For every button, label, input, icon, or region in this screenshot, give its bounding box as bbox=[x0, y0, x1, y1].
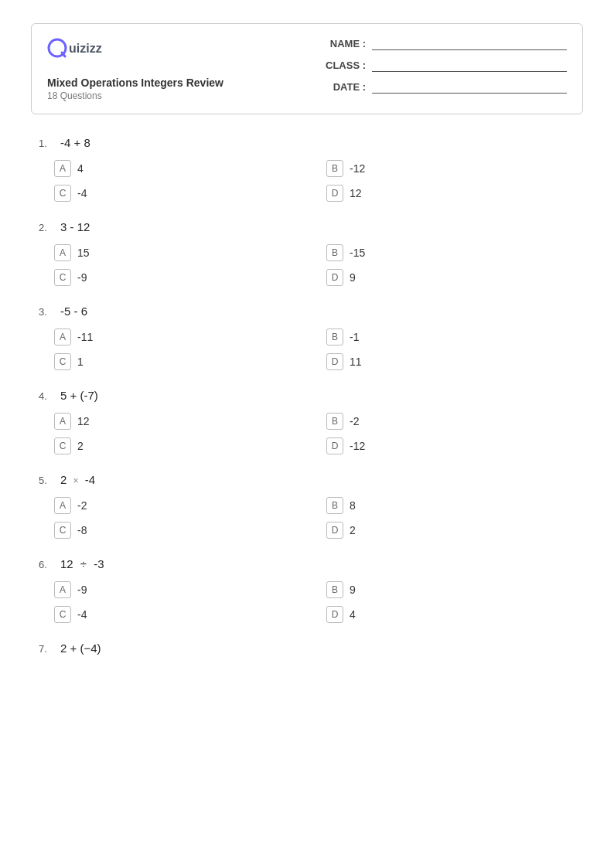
q6-value-d: 4 bbox=[350, 608, 356, 621]
q6-number: 6. bbox=[39, 559, 54, 570]
q1-badge-d: D bbox=[326, 185, 343, 202]
q1-answer-d: D 12 bbox=[326, 185, 583, 202]
q4-badge-b: B bbox=[326, 413, 343, 430]
question-5-row: 5. 2 × -4 bbox=[31, 473, 583, 486]
q1-value-d: 12 bbox=[350, 187, 362, 199]
q2-answer-c: C -9 bbox=[54, 269, 311, 286]
q5-answer-d: D 2 bbox=[326, 522, 583, 539]
header-left: uizizz Mixed Operations Integers Review … bbox=[47, 36, 223, 101]
q1-answers: A 4 B -12 C -4 D 12 bbox=[31, 160, 583, 202]
question-1-row: 1. -4 + 8 bbox=[31, 136, 583, 149]
q4-answer-b: B -2 bbox=[326, 413, 583, 430]
q3-answer-b: B -1 bbox=[326, 328, 583, 345]
date-line[interactable] bbox=[372, 80, 567, 94]
q6-answer-d: D 4 bbox=[326, 606, 583, 623]
q3-value-c: 1 bbox=[77, 356, 84, 368]
q1-value-b: -12 bbox=[350, 162, 365, 175]
question-2-row: 2. 3 - 12 bbox=[31, 220, 583, 233]
q5-badge-c: C bbox=[54, 522, 71, 539]
q2-answer-a: A 15 bbox=[54, 244, 311, 261]
class-label: CLASS : bbox=[319, 60, 366, 71]
q5-answer-c: C -8 bbox=[54, 522, 311, 539]
q1-badge-c: C bbox=[54, 185, 71, 202]
q1-badge-b: B bbox=[326, 160, 343, 177]
q6-badge-c: C bbox=[54, 606, 71, 623]
q6-badge-d: D bbox=[326, 606, 343, 623]
quiz-title: Mixed Operations Integers Review bbox=[47, 77, 223, 89]
q5-value-d: 2 bbox=[350, 524, 356, 536]
q4-badge-c: C bbox=[54, 437, 71, 454]
q3-badge-d: D bbox=[326, 353, 343, 370]
logo: uizizz bbox=[47, 36, 223, 60]
q1-answer-a: A 4 bbox=[54, 160, 311, 177]
q4-number: 4. bbox=[39, 390, 54, 402]
q5-badge-b: B bbox=[326, 497, 343, 514]
q4-value-a: 12 bbox=[77, 415, 90, 427]
q1-value-a: 4 bbox=[77, 162, 84, 175]
q4-answer-c: C 2 bbox=[54, 437, 311, 454]
q6-value-a: -9 bbox=[77, 584, 87, 596]
q5-times-symbol: × bbox=[73, 475, 79, 486]
q6-text: 12 ÷ -3 bbox=[60, 557, 104, 570]
question-7: 7. 2 + (−4) bbox=[31, 642, 583, 655]
question-6: 6. 12 ÷ -3 A -9 B 9 C -4 D 4 bbox=[31, 557, 583, 623]
svg-text:uizizz: uizizz bbox=[69, 42, 102, 55]
q7-number: 7. bbox=[39, 643, 54, 655]
q5-badge-d: D bbox=[326, 522, 343, 539]
q3-text: -5 - 6 bbox=[60, 305, 87, 318]
q3-badge-c: C bbox=[54, 353, 71, 370]
q3-number: 3. bbox=[39, 306, 54, 318]
question-4: 4. 5 + (-7) A 12 B -2 C 2 D -12 bbox=[31, 389, 583, 454]
q2-value-c: -9 bbox=[77, 271, 87, 284]
q5-text-part1: 2 bbox=[60, 473, 67, 486]
q5-answers: A -2 B 8 C -8 D 2 bbox=[31, 497, 583, 539]
question-7-row: 7. 2 + (−4) bbox=[31, 642, 583, 655]
date-label: DATE : bbox=[319, 81, 366, 93]
class-line[interactable] bbox=[372, 58, 567, 72]
q4-answers: A 12 B -2 C 2 D -12 bbox=[31, 413, 583, 454]
q4-text: 5 + (-7) bbox=[60, 389, 98, 402]
q2-value-a: 15 bbox=[77, 247, 90, 259]
question-3-row: 3. -5 - 6 bbox=[31, 305, 583, 318]
q6-text-part1: 12 bbox=[60, 557, 73, 570]
q3-value-b: -1 bbox=[350, 331, 359, 343]
q5-number: 5. bbox=[39, 475, 54, 486]
q1-answer-b: B -12 bbox=[326, 160, 583, 177]
q2-badge-d: D bbox=[326, 269, 343, 286]
page: uizizz Mixed Operations Integers Review … bbox=[0, 0, 614, 868]
question-1: 1. -4 + 8 A 4 B -12 C -4 D 12 bbox=[31, 136, 583, 202]
q3-answer-a: A -11 bbox=[54, 328, 311, 345]
q1-number: 1. bbox=[39, 138, 54, 149]
q2-answer-b: B -15 bbox=[326, 244, 583, 261]
q5-answer-b: B 8 bbox=[326, 497, 583, 514]
q4-badge-d: D bbox=[326, 437, 343, 454]
q5-value-c: -8 bbox=[77, 524, 87, 536]
date-field-row: DATE : bbox=[319, 80, 567, 94]
q6-answer-c: C -4 bbox=[54, 606, 311, 623]
q2-value-d: 9 bbox=[350, 271, 356, 284]
quiz-subtitle: 18 Questions bbox=[47, 90, 223, 101]
quizizz-logo-svg: uizizz bbox=[47, 36, 132, 60]
name-line[interactable] bbox=[372, 36, 567, 50]
q4-badge-a: A bbox=[54, 413, 71, 430]
q4-answer-a: A 12 bbox=[54, 413, 311, 430]
q3-badge-a: A bbox=[54, 328, 71, 345]
q2-badge-c: C bbox=[54, 269, 71, 286]
q5-badge-a: A bbox=[54, 497, 71, 514]
q1-badge-a: A bbox=[54, 160, 71, 177]
question-4-row: 4. 5 + (-7) bbox=[31, 389, 583, 402]
q3-value-d: 11 bbox=[350, 356, 362, 368]
q2-number: 2. bbox=[39, 222, 54, 233]
q6-badge-b: B bbox=[326, 581, 343, 598]
q3-answer-c: C 1 bbox=[54, 353, 311, 370]
q7-text: 2 + (−4) bbox=[60, 642, 101, 655]
question-6-row: 6. 12 ÷ -3 bbox=[31, 557, 583, 570]
q3-value-a: -11 bbox=[77, 331, 93, 343]
q4-value-b: -2 bbox=[350, 415, 359, 427]
q3-answer-d: D 11 bbox=[326, 353, 583, 370]
q6-text-part3: -3 bbox=[94, 557, 104, 570]
q1-value-c: -4 bbox=[77, 187, 87, 199]
header-box: uizizz Mixed Operations Integers Review … bbox=[31, 23, 583, 114]
q6-answer-a: A -9 bbox=[54, 581, 311, 598]
q3-badge-b: B bbox=[326, 328, 343, 345]
